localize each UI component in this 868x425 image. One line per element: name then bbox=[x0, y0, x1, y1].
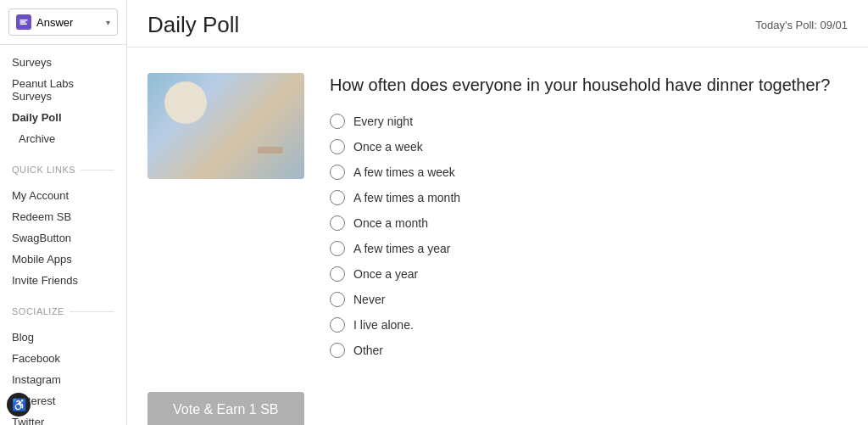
radio-once-a-month[interactable] bbox=[330, 215, 345, 231]
sidebar-item-invite-friends[interactable]: Invite Friends bbox=[0, 270, 126, 291]
poll-option-8[interactable]: Never bbox=[330, 292, 848, 307]
poll-option-1[interactable]: Every night bbox=[330, 114, 848, 129]
main-content: Daily Poll Today's Poll: 09/01 How often… bbox=[127, 0, 868, 425]
label-never[interactable]: Never bbox=[353, 293, 385, 306]
vote-btn-container: Vote & Earn 1 SB bbox=[127, 375, 868, 425]
svg-rect-2 bbox=[20, 24, 27, 25]
poll-content: How often does everyone in your househol… bbox=[127, 48, 868, 375]
sidebar-item-archive[interactable]: Archive bbox=[0, 128, 126, 149]
sidebar-item-daily-poll[interactable]: Daily Poll bbox=[0, 107, 126, 128]
label-once-a-week[interactable]: Once a week bbox=[353, 140, 423, 154]
answer-icon bbox=[16, 14, 31, 30]
poll-option-7[interactable]: Once a year bbox=[330, 266, 848, 282]
answer-button-label: Answer bbox=[36, 16, 73, 29]
sidebar-item-mobile-apps[interactable]: Mobile Apps bbox=[0, 249, 126, 270]
radio-few-times-year[interactable] bbox=[330, 241, 345, 256]
poll-option-2[interactable]: Once a week bbox=[330, 139, 848, 154]
svg-rect-1 bbox=[20, 21, 26, 23]
answer-button[interactable]: Answer ▾ bbox=[8, 8, 118, 36]
sidebar-nav: Surveys Peanut Labs Surveys Daily Poll A… bbox=[0, 45, 126, 156]
radio-few-times-week[interactable] bbox=[330, 165, 345, 180]
sidebar-item-blog[interactable]: Blog bbox=[0, 327, 126, 348]
radio-other[interactable] bbox=[330, 343, 345, 358]
poll-option-10[interactable]: Other bbox=[330, 343, 848, 358]
sidebar-item-instagram[interactable]: Instagram bbox=[0, 369, 126, 390]
chevron-down-icon: ▾ bbox=[106, 18, 110, 27]
quick-links-nav: My Account Redeem SB SwagButton Mobile A… bbox=[0, 178, 126, 298]
sidebar-item-my-account[interactable]: My Account bbox=[0, 185, 126, 206]
label-few-times-year[interactable]: A few times a year bbox=[353, 242, 450, 255]
accessibility-icon: ♿ bbox=[12, 398, 26, 411]
label-once-a-month[interactable]: Once a month bbox=[353, 216, 428, 230]
radio-once-a-year[interactable] bbox=[330, 266, 345, 282]
radio-i-live-alone[interactable] bbox=[330, 317, 345, 333]
sidebar-top: Answer ▾ bbox=[0, 0, 126, 45]
radio-every-night[interactable] bbox=[330, 114, 345, 129]
label-every-night[interactable]: Every night bbox=[353, 115, 413, 128]
label-few-times-week[interactable]: A few times a week bbox=[353, 165, 455, 179]
accessibility-button[interactable]: ♿ bbox=[7, 393, 31, 417]
poll-question: How often does everyone in your househol… bbox=[330, 73, 848, 97]
svg-rect-0 bbox=[20, 20, 28, 21]
sidebar-item-facebook[interactable]: Facebook bbox=[0, 348, 126, 369]
poll-option-3[interactable]: A few times a week bbox=[330, 165, 848, 180]
poll-right: How often does everyone in your househol… bbox=[330, 73, 848, 358]
poll-option-5[interactable]: Once a month bbox=[330, 215, 848, 231]
poll-image-mock bbox=[147, 73, 304, 179]
poll-options: Every night Once a week A few times a we… bbox=[330, 114, 848, 358]
sidebar: Answer ▾ Surveys Peanut Labs Surveys Dai… bbox=[0, 0, 127, 425]
main-header: Daily Poll Today's Poll: 09/01 bbox=[127, 0, 868, 48]
poll-option-6[interactable]: A few times a year bbox=[330, 241, 848, 256]
sidebar-item-peanut-labs[interactable]: Peanut Labs Surveys bbox=[0, 73, 126, 107]
poll-option-4[interactable]: A few times a month bbox=[330, 190, 848, 205]
vote-button[interactable]: Vote & Earn 1 SB bbox=[147, 392, 304, 425]
label-i-live-alone[interactable]: I live alone. bbox=[353, 318, 414, 332]
page-title: Daily Poll bbox=[147, 12, 239, 38]
label-few-times-month[interactable]: A few times a month bbox=[353, 191, 460, 204]
poll-date: Today's Poll: 09/01 bbox=[755, 19, 848, 31]
radio-once-a-week[interactable] bbox=[330, 139, 345, 154]
radio-few-times-month[interactable] bbox=[330, 190, 345, 205]
poll-image bbox=[147, 73, 304, 179]
poll-option-9[interactable]: I live alone. bbox=[330, 317, 848, 333]
quick-links-title: QUICK LINKS bbox=[0, 156, 126, 178]
label-other[interactable]: Other bbox=[353, 344, 383, 357]
sidebar-item-surveys[interactable]: Surveys bbox=[0, 52, 126, 73]
sidebar-item-swagbutton[interactable]: SwagButton bbox=[0, 227, 126, 249]
sidebar-item-redeem-sb[interactable]: Redeem SB bbox=[0, 206, 126, 227]
label-once-a-year[interactable]: Once a year bbox=[353, 267, 418, 281]
radio-never[interactable] bbox=[330, 292, 345, 307]
socialize-title: SOCIALIZE bbox=[0, 298, 126, 320]
